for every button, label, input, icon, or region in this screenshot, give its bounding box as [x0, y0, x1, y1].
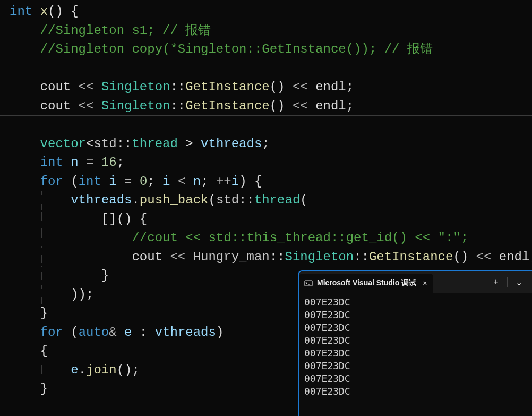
punct: <	[86, 137, 93, 151]
punct: ::	[170, 80, 185, 94]
lambda: []() {	[101, 212, 147, 226]
punct: () {	[48, 4, 79, 19]
punct: (	[208, 193, 216, 207]
code-line[interactable]: vthreads.push_back(std::thread(	[0, 191, 532, 210]
namespace: std	[216, 193, 239, 207]
operator: =	[79, 155, 101, 169]
code-line[interactable]: //cout << std::this_thread::get_id() << …	[0, 228, 532, 248]
keyword: auto	[79, 325, 109, 339]
terminal-line: 007E23DC	[304, 347, 527, 360]
function-call: GetInstance	[369, 250, 453, 264]
punct: ()	[270, 99, 285, 113]
code-line[interactable]: cout << Singleton::GetInstance() << endl…	[0, 97, 532, 116]
code-line[interactable]	[0, 59, 532, 78]
brace: }	[101, 268, 109, 283]
punct: ;	[529, 250, 532, 264]
code-line[interactable]	[0, 115, 532, 134]
code-line[interactable]: //Singleton copy(*Singleton::GetInstance…	[0, 40, 532, 59]
terminal-output[interactable]: 007E23DC 007E23DC 007E23DC 007E23DC 007E…	[299, 293, 532, 416]
keyword: int	[79, 174, 101, 189]
punct: ()	[270, 80, 285, 94]
operator: &	[109, 325, 116, 339]
punct: ::	[239, 193, 254, 207]
terminal-icon	[304, 279, 313, 287]
punct: .	[132, 193, 139, 207]
identifier: endl	[315, 80, 346, 94]
punct: >	[178, 137, 193, 151]
brace: {	[40, 344, 48, 358]
punct: ));	[71, 287, 93, 302]
type: thread	[254, 193, 300, 207]
function-call: join	[86, 363, 117, 377]
code-line[interactable]: []() {	[0, 210, 532, 229]
function-call: GetInstance	[185, 99, 269, 113]
code-line[interactable]: vector<std::thread > vthreads;	[0, 134, 532, 154]
identifier: cout	[40, 80, 71, 94]
variable: vthreads	[155, 325, 216, 339]
terminal-line: 007E23DC	[304, 360, 527, 372]
punct: ::	[170, 99, 185, 113]
punct: ) {	[239, 174, 262, 189]
punct: (	[63, 174, 79, 189]
variable: e	[71, 363, 78, 377]
identifier: cout	[40, 99, 71, 113]
punct: ()	[453, 250, 468, 264]
terminal-line: 007E23DC	[304, 372, 527, 385]
comment: //cout << std::this_thread::get_id() << …	[132, 231, 468, 245]
function-call: GetInstance	[185, 80, 269, 94]
variable: i	[101, 174, 117, 189]
punct: ;	[147, 174, 162, 189]
namespace: Hungry_man	[193, 250, 270, 264]
identifier: cout	[132, 250, 162, 264]
terminal-line: 007E23DC	[304, 334, 527, 347]
tabbar-actions: + ⌄	[483, 271, 532, 293]
keyword: int	[10, 4, 32, 19]
operator: ++	[216, 174, 231, 189]
code-line[interactable]: cout << Hungry_man::Singleton::GetInstan…	[0, 248, 532, 267]
code-line[interactable]: //Singleton s1; // 报错	[0, 21, 532, 40]
operator: <<	[162, 250, 193, 264]
punct: ;	[201, 174, 216, 189]
terminal-line: 007E23DC	[304, 385, 527, 398]
variable: n	[193, 174, 201, 189]
punct: (	[300, 193, 307, 207]
code-line[interactable]: int x() {	[0, 2, 532, 21]
operator: <<	[468, 250, 499, 264]
new-tab-button[interactable]: +	[488, 274, 504, 290]
keyword: for	[40, 325, 63, 339]
operator: <	[170, 174, 193, 189]
terminal-tabbar: Microsoft Visual Studio 调试 × + ⌄	[299, 271, 532, 293]
punct: .	[79, 363, 86, 377]
punct: :	[132, 325, 155, 339]
variable: vthreads	[71, 193, 132, 207]
code-line[interactable]: cout << Singleton::GetInstance() << endl…	[0, 78, 532, 97]
tab-dropdown-button[interactable]: ⌄	[511, 274, 527, 290]
namespace: std	[93, 137, 116, 151]
operator: <<	[71, 80, 101, 94]
terminal-line: 007E23DC	[304, 296, 527, 309]
number: 16	[101, 155, 117, 169]
operator: <<	[285, 80, 316, 94]
code-line[interactable]: int n = 16;	[0, 153, 532, 172]
comment: //Singleton copy(*Singleton::GetInstance…	[40, 42, 433, 56]
terminal-tab[interactable]: Microsoft Visual Studio 调试 ×	[299, 274, 433, 293]
punct: ;	[117, 155, 124, 169]
type: Singleton	[285, 250, 354, 264]
variable: i	[231, 174, 239, 189]
identifier: endl	[499, 250, 530, 264]
code-line[interactable]: for (int i = 0; i < n; ++i) {	[0, 172, 532, 191]
punct: (	[63, 325, 79, 339]
type: Singleton	[101, 80, 170, 94]
close-icon[interactable]: ×	[421, 279, 429, 287]
operator: <<	[71, 99, 101, 113]
keyword: int	[40, 155, 63, 169]
punct: )	[216, 325, 224, 339]
punct: ;	[346, 80, 354, 94]
punct: ::	[117, 137, 132, 151]
brace: }	[40, 306, 48, 320]
terminal-panel: Microsoft Visual Studio 调试 × + ⌄ 007E23D…	[298, 270, 532, 416]
terminal-line: 007E23DC	[304, 321, 527, 334]
punct: ::	[354, 250, 369, 264]
variable: n	[63, 155, 79, 169]
type: Singleton	[101, 99, 170, 113]
